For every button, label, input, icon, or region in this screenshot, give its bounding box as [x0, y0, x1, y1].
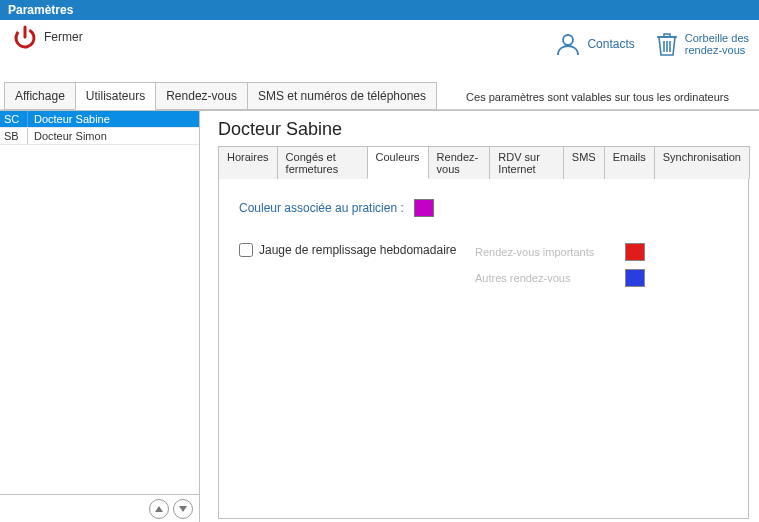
- contacts-label: Contacts: [587, 37, 634, 51]
- practitioner-color-swatch[interactable]: [414, 199, 434, 217]
- main-toolbar: Fermer Contacts: [0, 20, 759, 110]
- move-down-button[interactable]: [173, 499, 193, 519]
- tab-pane-couleurs: Couleur associée au praticien : Jauge de…: [218, 179, 749, 519]
- user-name: Docteur Sabine: [28, 111, 199, 127]
- sub-tab[interactable]: RDV sur Internet: [489, 146, 564, 179]
- user-code: SC: [0, 111, 28, 127]
- sub-tab[interactable]: Rendez-vous: [428, 146, 491, 179]
- sub-tab[interactable]: Congés et fermetures: [277, 146, 368, 179]
- contacts-button[interactable]: Contacts: [555, 30, 634, 58]
- user-row[interactable]: SCDocteur Sabine: [0, 111, 199, 128]
- sub-tab[interactable]: Emails: [604, 146, 655, 179]
- page-title: Docteur Sabine: [218, 119, 749, 140]
- trash-label-1: Corbeille des: [685, 32, 749, 44]
- weekly-gauge-label[interactable]: Jauge de remplissage hebdomadaire: [259, 243, 456, 257]
- sub-tab[interactable]: SMS: [563, 146, 605, 179]
- legend-label: Autres rendez-vous: [475, 272, 615, 284]
- user-name: Docteur Simon: [28, 128, 199, 144]
- close-label: Fermer: [44, 30, 83, 44]
- trash-icon: [655, 30, 679, 58]
- user-list: SCDocteur SabineSBDocteur Simon: [0, 111, 199, 494]
- main-tab[interactable]: Rendez-vous: [155, 82, 248, 110]
- sidebar-footer: [0, 494, 199, 522]
- legend-swatch: [625, 269, 645, 287]
- move-up-button[interactable]: [149, 499, 169, 519]
- sub-tabs: HorairesCongés et fermeturesCouleursRend…: [218, 146, 749, 179]
- main-tab[interactable]: Utilisateurs: [75, 82, 156, 110]
- main-tab[interactable]: SMS et numéros de téléphones: [247, 82, 437, 110]
- window-titlebar: Paramètres: [0, 0, 759, 20]
- close-button[interactable]: Fermer: [6, 24, 83, 50]
- legend-label: Rendez-vous importants: [475, 246, 615, 258]
- content-area: Docteur Sabine HorairesCongés et fermetu…: [200, 111, 759, 522]
- toolbar-subnote: Ces paramètres sont valables sur tous le…: [466, 91, 729, 103]
- legend-item: Rendez-vous importants: [475, 243, 645, 261]
- weekly-gauge-checkbox[interactable]: [239, 243, 253, 257]
- sub-tab[interactable]: Horaires: [218, 146, 278, 179]
- trash-button[interactable]: Corbeille des rendez-vous: [655, 30, 749, 58]
- main-tab[interactable]: Affichage: [4, 82, 76, 110]
- trash-label-2: rendez-vous: [685, 44, 749, 56]
- person-icon: [555, 31, 581, 57]
- user-row[interactable]: SBDocteur Simon: [0, 128, 199, 145]
- window-title: Paramètres: [8, 3, 73, 17]
- svg-point-2: [563, 35, 573, 45]
- user-code: SB: [0, 128, 28, 144]
- color-legend: Rendez-vous importantsAutres rendez-vous: [475, 243, 645, 287]
- legend-item: Autres rendez-vous: [475, 269, 645, 287]
- legend-swatch: [625, 243, 645, 261]
- sub-tab[interactable]: Couleurs: [367, 146, 429, 179]
- main-tabs: AffichageUtilisateursRendez-vousSMS et n…: [0, 82, 436, 110]
- user-sidebar: SCDocteur SabineSBDocteur Simon: [0, 111, 200, 522]
- sub-tab[interactable]: Synchronisation: [654, 146, 750, 179]
- power-icon: [12, 24, 38, 50]
- practitioner-color-label: Couleur associée au praticien :: [239, 201, 404, 215]
